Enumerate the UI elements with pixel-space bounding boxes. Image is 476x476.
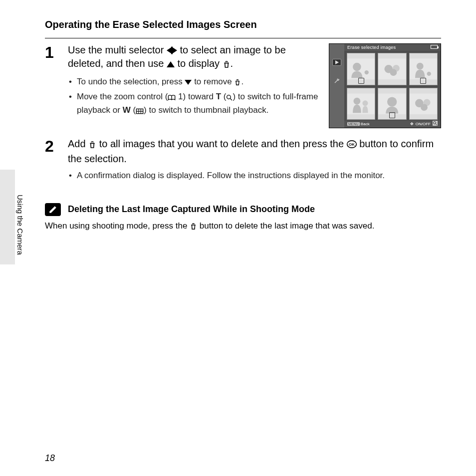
text: ) to switch to thumbnail playback.: [144, 105, 268, 115]
svg-point-18: [416, 63, 423, 70]
svg-point-24: [387, 97, 397, 106]
text: to all images that you want to delete an…: [96, 138, 346, 149]
svg-point-28: [421, 104, 428, 111]
svg-point-12: [365, 70, 369, 74]
trash-icon: [234, 77, 241, 90]
page-ref-icon: [168, 92, 176, 105]
svg-point-11: [353, 63, 361, 71]
svg-rect-8: [141, 112, 143, 113]
thumbnail: [409, 53, 438, 85]
text: to remove: [192, 77, 234, 86]
text: (: [221, 92, 226, 101]
text: 1) toward: [176, 92, 216, 101]
step1-bullet-1: To undo the selection, press to remove .: [68, 76, 320, 90]
divider: [45, 38, 441, 38]
text: Add: [68, 138, 88, 149]
zoom-t-label: T: [216, 92, 221, 101]
thumbnail-grid-icon: [136, 106, 144, 118]
svg-line-1: [231, 98, 233, 100]
svg-rect-5: [141, 109, 143, 111]
step1-bullet-2: Move the zoom control ( 1) toward T () t…: [68, 91, 320, 118]
step2-text: Add to all images that you want to delet…: [68, 137, 441, 166]
camera-lcd-illustration: Erase selected images MENU Back ✥ON/OFF: [329, 43, 441, 128]
lcd-title: Erase selected images: [347, 45, 396, 50]
selector-icon: ✥: [410, 122, 414, 127]
text: Move the zoom control (: [77, 92, 168, 101]
text: To undo the selection, press: [77, 77, 185, 86]
svg-point-21: [353, 97, 360, 104]
svg-marker-9: [335, 60, 339, 64]
down-arrow-icon: [185, 80, 192, 85]
battery-icon: [431, 45, 438, 49]
thumbnail-grid: [347, 53, 438, 120]
svg-point-22: [362, 100, 368, 106]
svg-rect-6: [137, 112, 138, 113]
text: button to delete the last image that was…: [197, 221, 374, 231]
pencil-note-icon: [45, 203, 61, 216]
text: (: [131, 105, 136, 115]
side-tab: [0, 170, 15, 264]
note-title: Deleting the Last Image Captured While i…: [68, 204, 315, 215]
svg-rect-7: [139, 112, 140, 113]
thumbnail: [347, 88, 375, 120]
play-mode-icon: [332, 59, 341, 66]
text: to display: [175, 58, 223, 69]
svg-rect-25: [410, 93, 437, 114]
menu-chip: MENU: [347, 122, 360, 126]
trash-icon: [88, 139, 96, 152]
step-1: 1 Use the multi selector to select an im…: [45, 43, 441, 128]
svg-point-19: [427, 72, 431, 76]
svg-rect-3: [137, 109, 138, 111]
side-section-label: Using the Camera: [16, 195, 24, 255]
lcd-sidebar: [329, 44, 344, 128]
svg-point-0: [227, 95, 231, 99]
magnify-icon: [226, 92, 233, 105]
up-arrow-icon: [167, 61, 175, 67]
text: When using shooting mode, press the: [45, 221, 190, 231]
text: .: [241, 77, 243, 86]
lcd-onoff-label: ON/OFF: [416, 122, 431, 127]
section-heading: Operating the Erase Selected Images Scre…: [45, 19, 441, 30]
text: .: [231, 58, 234, 69]
svg-point-16: [390, 69, 397, 76]
svg-rect-20: [347, 93, 375, 114]
lcd-back-label: Back: [361, 122, 370, 126]
step1-text: Use the multi selector to select an imag…: [68, 43, 320, 72]
trash-icon: [190, 222, 197, 234]
page-number: 18: [45, 453, 55, 464]
text: Use the multi selector: [68, 44, 167, 55]
right-arrow-icon: [171, 46, 177, 54]
wrench-icon: [334, 78, 340, 86]
svg-text:OK: OK: [349, 142, 355, 147]
lcd-bottom-bar: MENU Back ✥ON/OFF: [344, 121, 441, 128]
thumbnail: [347, 53, 375, 85]
note-body: When using shooting mode, press the butt…: [45, 220, 441, 234]
ok-button-icon: OK: [347, 139, 357, 152]
step-number: 1: [45, 43, 68, 128]
thumbnail: [378, 88, 406, 120]
thumbnail: [409, 88, 438, 120]
lcd-title-bar: Erase selected images: [344, 44, 441, 51]
step-number: 2: [45, 137, 68, 183]
svg-rect-4: [139, 109, 140, 111]
zoom-chip-icon: [433, 121, 438, 128]
trash-icon: [223, 58, 231, 72]
step-2: 2 Add to all images that you want to del…: [45, 137, 441, 183]
zoom-w-label: W: [123, 105, 131, 115]
step2-bullet-1: A confirmation dialog is displayed. Foll…: [68, 170, 441, 182]
note-header: Deleting the Last Image Captured While i…: [45, 203, 441, 216]
thumbnail: [378, 53, 406, 85]
